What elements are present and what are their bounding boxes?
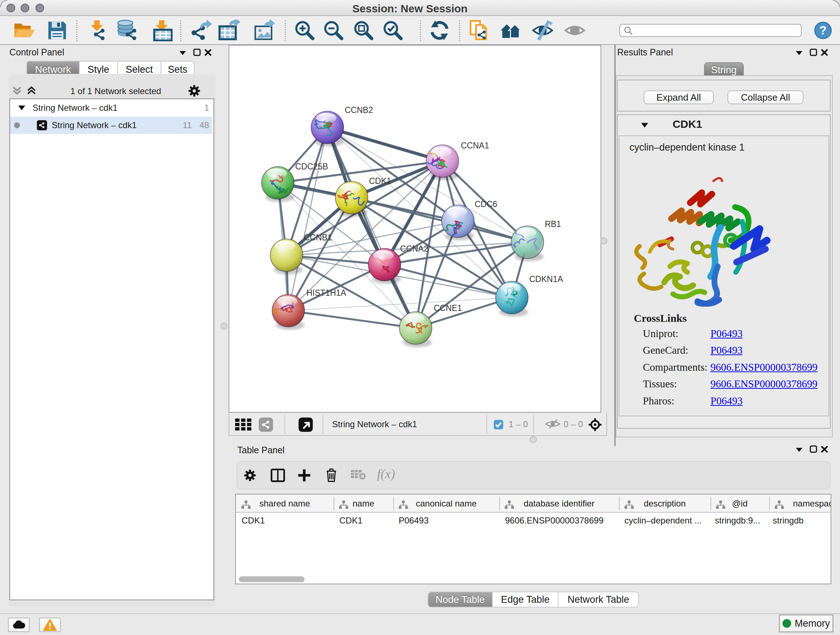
svg-text:CDKN1A: CDKN1A (529, 274, 563, 284)
svg-text:CCNA2: CCNA2 (400, 244, 428, 253)
svg-text:CCNB1: CCNB1 (304, 233, 332, 242)
svg-text:CDC25B: CDC25B (295, 162, 328, 171)
svg-text:CCNE1: CCNE1 (434, 303, 462, 313)
svg-text:HIST1H1A: HIST1H1A (306, 288, 347, 298)
svg-text:RB1: RB1 (545, 219, 561, 229)
svg-text:CCNA1: CCNA1 (461, 141, 489, 150)
svg-text:CDK1: CDK1 (369, 176, 391, 186)
svg-text:CDC6: CDC6 (475, 200, 497, 209)
svg-text:?: ? (819, 24, 827, 37)
svg-text:CCNB2: CCNB2 (345, 105, 373, 115)
